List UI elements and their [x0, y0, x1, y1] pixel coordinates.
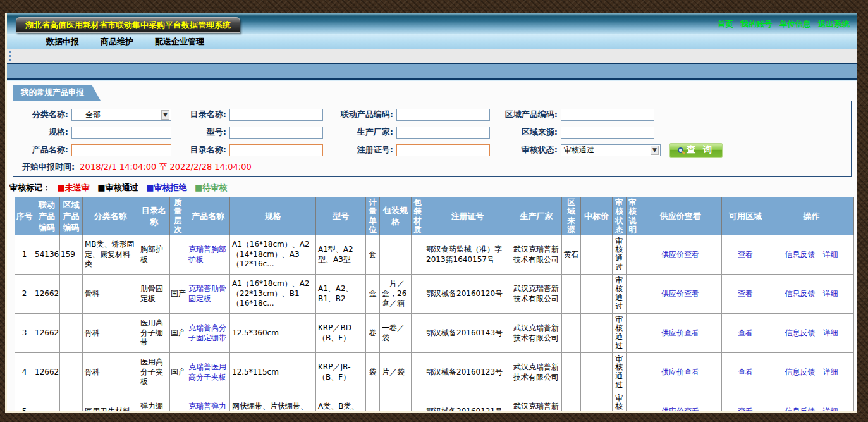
search-icon [678, 147, 683, 153]
feedback-link[interactable]: 信息反馈 [785, 368, 816, 376]
detail-link[interactable]: 详细 [822, 250, 838, 259]
region-code-cell: 159 [60, 235, 83, 275]
model-cell: KRP／JB-（B、F） [316, 353, 366, 392]
available-region-cell: 查看 [722, 235, 769, 275]
region-source-cell: 黄石 [562, 235, 581, 275]
audit-status-select[interactable]: 审核通过 ▼ [561, 144, 661, 156]
category-select[interactable]: ----全部---- ▼ [71, 109, 171, 121]
view-region-link[interactable]: 查看 [738, 407, 753, 413]
product-link[interactable]: 克瑞普高分子固定绷带 [188, 323, 226, 342]
nav-unit-info-link[interactable]: 单位信息 [779, 19, 811, 28]
col-model: 型号 [316, 197, 366, 235]
pack-spec-cell: 一卷／袋 [380, 314, 412, 353]
product-cell: 克瑞普医用高分子夹板 [186, 353, 230, 392]
feedback-link[interactable]: 信息反馈 [785, 407, 816, 413]
category-cell: MB类、矫形固定、康复材料类 [83, 235, 138, 275]
tab-my-regular-product-declare[interactable]: 我的常规产品申报 [13, 85, 101, 101]
col-spec: 规格 [230, 197, 316, 235]
link-code-cell: 126623 [34, 314, 60, 353]
quality-cell: 国产 [170, 353, 186, 392]
nav-home-link[interactable]: 首页 [718, 19, 733, 28]
search-button[interactable]: 查 询 [669, 143, 723, 158]
reg-no-cell: 鄂汉食药监械（准）字2013第1640157号 [424, 235, 511, 275]
supply-price-link[interactable]: 供应价查看 [661, 250, 699, 259]
category-cell: 骨科 [83, 275, 138, 314]
seq-cell: 2 [15, 275, 34, 314]
view-region-link[interactable]: 查看 [738, 250, 753, 259]
supply-price-cell: 供应价查看 [639, 235, 722, 275]
product-link[interactable]: 克瑞普弹力绷带 [188, 402, 226, 413]
product-cell: 克瑞普肋骨固定板 [186, 275, 230, 314]
region-code-input[interactable] [561, 109, 654, 121]
col-supply-price: 供应价查看 [639, 197, 722, 235]
detail-link[interactable]: 详细 [822, 328, 838, 337]
col-available-region: 可用区域 [722, 197, 769, 235]
manufacturer-input[interactable] [396, 127, 490, 139]
model-cell: KRP／BD-（B、F） [316, 314, 366, 353]
unit-cell [366, 392, 380, 413]
feedback-link[interactable]: 信息反馈 [785, 328, 816, 337]
declare-time-value: 2018/2/1 14:04:00 至 2022/2/28 14:04:00 [80, 162, 251, 171]
model-input[interactable] [229, 127, 323, 139]
filter-form: 分类名称: ----全部---- ▼ 目录名称: 联动产品编码: 区域产品编码: [13, 101, 852, 177]
catalog-cell: 医用高分子夹板 [138, 353, 170, 392]
top-banner: 湖北省高值医用耗材省市联动集中采购平台数据管理系统 首页 我的账号 单位信息 退… [7, 13, 857, 34]
supply-price-link[interactable]: 供应价查看 [661, 328, 699, 337]
col-unit: 计量单位 [366, 197, 380, 235]
reg-no-input[interactable] [396, 144, 490, 156]
audit-note-cell [627, 353, 639, 392]
quality-cell: 国产 [170, 314, 186, 353]
feedback-link[interactable]: 信息反馈 [785, 289, 816, 298]
link-code-label: 联动产品编码: [333, 109, 396, 120]
supply-price-link[interactable]: 供应价查看 [661, 368, 699, 376]
drag-handle-icon[interactable] [9, 51, 11, 61]
region-code-label: 区域产品编码: [500, 109, 561, 120]
legend-pending: ■待审核 [195, 183, 227, 192]
catalog-cell: 胸部护板 [138, 235, 170, 275]
supply-price-cell: 供应价查看 [639, 275, 722, 314]
product-name-input[interactable] [71, 144, 171, 156]
nav-logout-link[interactable]: 退出系统 [818, 19, 850, 28]
link-code-input[interactable] [396, 109, 490, 121]
col-audit-status: 审核状态 [613, 197, 627, 235]
table-row: 4 126625 骨科 医用高分子夹板 国产 克瑞普医用高分子夹板 12.5*1… [15, 353, 854, 392]
menu-data-declare[interactable]: 数据申报 [46, 36, 79, 47]
view-region-link[interactable]: 查看 [738, 328, 753, 337]
detail-link[interactable]: 详细 [822, 368, 838, 376]
view-region-link[interactable]: 查看 [738, 289, 753, 298]
spec-label: 规格: [13, 127, 71, 138]
catalog-name-input[interactable] [229, 109, 323, 121]
detail-link[interactable]: 详细 [822, 289, 838, 298]
seq-cell: 5 [15, 392, 34, 413]
spec-input[interactable] [71, 127, 171, 139]
region-source-input[interactable] [561, 127, 654, 139]
pack-spec-cell: 片／袋 [380, 353, 412, 392]
menu-product-maintain[interactable]: 商品维护 [101, 36, 133, 47]
model-cell: A1、A2、B1、B2 [316, 275, 366, 314]
product-table: 序号 联动产品编码 区域产品编码 分类名称 目录名称 质量层次 产品名称 规格 … [15, 197, 854, 413]
blue-band-underline [7, 80, 857, 81]
chevron-down-icon: ▼ [651, 146, 659, 155]
feedback-link[interactable]: 信息反馈 [785, 250, 816, 259]
nav-account-link[interactable]: 我的账号 [740, 19, 772, 28]
audit-note-cell [627, 235, 639, 275]
catalog-name2-input[interactable] [229, 144, 323, 156]
available-region-cell: 查看 [722, 353, 769, 392]
product-link[interactable]: 克瑞普肋骨固定板 [188, 284, 226, 303]
reg-no-cell: 鄂汉械备20160143号 [424, 314, 511, 353]
view-region-link[interactable]: 查看 [738, 368, 753, 376]
catalog-cell: 肋骨固定板 [138, 275, 170, 314]
available-region-cell: 查看 [722, 275, 769, 314]
detail-link[interactable]: 详细 [822, 407, 838, 413]
supply-price-link[interactable]: 供应价查看 [661, 289, 699, 298]
region-source-cell [562, 392, 581, 413]
top-nav: 首页 我的账号 单位信息 退出系统 [713, 19, 850, 30]
audit-status-select-value: 审核通过 [564, 145, 594, 156]
product-link[interactable]: 克瑞普医用高分子夹板 [188, 363, 226, 382]
menu-delivery-company[interactable]: 配送企业管理 [155, 36, 204, 47]
pack-spec-cell [380, 392, 412, 413]
supply-price-link[interactable]: 供应价查看 [661, 407, 699, 413]
product-link[interactable]: 克瑞普胸部护板 [188, 245, 226, 264]
col-reg-no: 注册证号 [424, 197, 511, 235]
table-row: 2 126620 骨科 肋骨固定板 国产 克瑞普肋骨固定板 A1（16*18cm… [15, 275, 854, 314]
